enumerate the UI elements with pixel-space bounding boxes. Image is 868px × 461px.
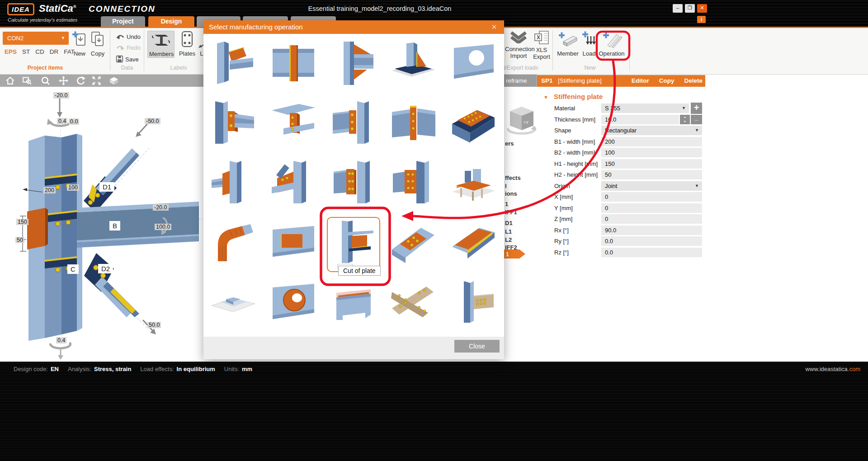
zoom-window-icon[interactable] (22, 76, 32, 87)
property-label: B2 - width [mm] (554, 149, 600, 156)
new-project-item-button[interactable]: New (71, 31, 88, 57)
property-label: Origin (554, 183, 600, 189)
operation-tile-gusset-diagonal[interactable] (271, 160, 316, 205)
mode-eps[interactable]: EPS (5, 48, 17, 55)
panel-action-delete[interactable]: Delete (684, 77, 703, 84)
minimize-button[interactable]: – (673, 4, 683, 13)
copy-project-item-button[interactable]: Copy (89, 31, 107, 57)
sidebar-fragment-3[interactable]: ions (505, 190, 517, 197)
maximize-button[interactable]: ❐ (685, 4, 695, 13)
new-member-button[interactable]: Member (555, 31, 580, 57)
sidebar-fragment-7[interactable]: L1 (505, 228, 512, 235)
tab-project[interactable]: Project (101, 16, 145, 27)
property-value-thickness[interactable]: 10.0 (601, 115, 679, 124)
mode-dr[interactable]: DR (50, 48, 59, 55)
operation-tile-negative-volume[interactable] (211, 279, 256, 325)
property-row-origin: OriginJoint▼ (537, 181, 705, 191)
dialog-close-button[interactable]: Close (454, 340, 500, 353)
plates-labels-toggle[interactable]: Plates (177, 31, 197, 57)
new-operation-button[interactable]: Operation (598, 31, 626, 57)
property-value-material[interactable]: S 355▼ (601, 103, 689, 113)
dialog-title-bar[interactable]: Select manufacturing operation ✕ (203, 20, 504, 34)
zoom-icon[interactable] (41, 76, 50, 87)
sidebar-fragment-0[interactable]: ers (505, 140, 514, 147)
connection-selector[interactable]: CON2▼ (3, 32, 69, 45)
website-link[interactable]: www.ideastatica.com (806, 366, 860, 372)
thickness-more-button[interactable]: ... (691, 115, 702, 124)
home-view-icon[interactable] (5, 76, 15, 87)
operation-tile-workplane[interactable] (451, 160, 496, 205)
property-value-b2[interactable]: 100 (601, 148, 702, 157)
property-value-y[interactable]: 0 (601, 203, 702, 213)
save-button[interactable]: Save (116, 55, 139, 63)
rotate-icon[interactable] (76, 76, 85, 87)
property-value-h1[interactable]: 150 (601, 159, 702, 169)
operation-tile-wide-cover-plate[interactable] (451, 220, 496, 265)
operation-tile-cut-of-plate[interactable] (331, 220, 376, 265)
sidebar-fragment-2[interactable]: l (505, 183, 507, 189)
property-value-z[interactable]: 0 (601, 214, 702, 224)
property-value-rx[interactable]: 90.0 (601, 226, 702, 235)
operation-tile-rib-plate[interactable] (391, 220, 436, 265)
panel-action-editor[interactable]: Editor (632, 77, 649, 84)
operation-tile-bolted-splice[interactable] (391, 160, 436, 205)
property-label: Shape (554, 127, 600, 134)
sidebar-fragment-1[interactable]: ffects (505, 174, 521, 181)
operation-tile-circular-hollow-cut[interactable] (271, 279, 316, 325)
operation-tile-stiffener-haunch[interactable] (331, 41, 376, 86)
close-window-button[interactable]: ✕ (697, 4, 707, 13)
status-value: EN (51, 366, 59, 372)
tab-design[interactable]: Design (148, 16, 194, 27)
operation-tile-end-plate[interactable] (331, 100, 376, 146)
mode-st[interactable]: ST (22, 48, 30, 55)
mode-cd[interactable]: CD (35, 48, 44, 55)
zoom-fit-icon[interactable] (92, 76, 101, 87)
property-value-rz[interactable]: 0.0 (601, 248, 702, 257)
sidebar-fragment-4[interactable]: 1 (505, 201, 508, 207)
sidebar-fragment-8[interactable]: L2 (505, 236, 512, 243)
section-stiffening-plate[interactable]: ▼Stiffening plate (543, 93, 603, 100)
solid-view-icon[interactable] (108, 76, 119, 87)
connection-selector-value: CON2 (7, 35, 24, 42)
thickness-spinner[interactable]: ▲▼ (680, 115, 690, 124)
dialog-close-icon[interactable]: ✕ (489, 20, 500, 34)
xls-export-button[interactable]: X XLSExport (532, 31, 551, 60)
operation-tile-splice-plate[interactable] (391, 100, 436, 146)
operation-tile-cold-formed-plate[interactable] (331, 279, 376, 325)
operation-tile-through-stub[interactable] (211, 160, 256, 205)
property-value-shape[interactable]: Rectangular▼ (601, 126, 702, 135)
sidebar-selected-item-fragment[interactable]: 1 (504, 249, 527, 259)
properties-panel: SP1 [Stiffening plate] EditorCopyDelete … (537, 75, 868, 362)
property-value-b1[interactable]: 200 (601, 137, 702, 146)
operation-tile-bend-of-plate[interactable] (211, 220, 256, 265)
operation-tile-rectangular-opening[interactable] (271, 220, 316, 265)
property-value-ry[interactable]: 0.0 (601, 236, 702, 246)
operation-tile-cleat[interactable] (211, 100, 256, 146)
operation-tile-base-plate[interactable] (391, 41, 436, 86)
members-labels-toggle[interactable]: Members (147, 31, 175, 58)
viewport-label-dim-150: 150 (16, 219, 28, 225)
operation-tile-stub-end-plate[interactable] (331, 160, 376, 205)
wireframe-button-fragment[interactable]: reframe (504, 75, 536, 87)
info-button[interactable]: i (697, 16, 706, 23)
operation-tile-timber-connection[interactable] (451, 279, 496, 325)
pan-icon[interactable] (59, 76, 68, 87)
operation-tile-end-plate-wall[interactable] (271, 41, 316, 86)
nav-cube-icon[interactable]: +Y (505, 101, 537, 138)
operation-tile-splice-cover[interactable] (271, 100, 316, 146)
operation-tile-circular-opening[interactable] (451, 41, 496, 86)
sidebar-fragment-5[interactable]: IFF1 (505, 209, 517, 216)
operation-tile-cover-plate-bolted[interactable] (451, 100, 496, 146)
property-value-h2[interactable]: 50 (601, 170, 702, 179)
property-value-origin[interactable]: Joint▼ (601, 181, 702, 191)
sidebar-fragment-6[interactable]: D1 (505, 220, 513, 226)
undo-button[interactable]: Undo (116, 33, 141, 40)
operation-tile-fin-plate[interactable] (211, 41, 256, 86)
redo-button[interactable]: Redo (116, 44, 141, 51)
property-value-x[interactable]: 0 (601, 192, 702, 202)
panel-action-copy[interactable]: Copy (659, 77, 675, 84)
connection-import-button[interactable]: ConnectionImport (505, 31, 532, 59)
new-load-button[interactable]: Load (581, 31, 597, 57)
operation-tile-timber-cross-brace[interactable] (391, 279, 436, 325)
add-material-button[interactable]: + (691, 103, 702, 114)
